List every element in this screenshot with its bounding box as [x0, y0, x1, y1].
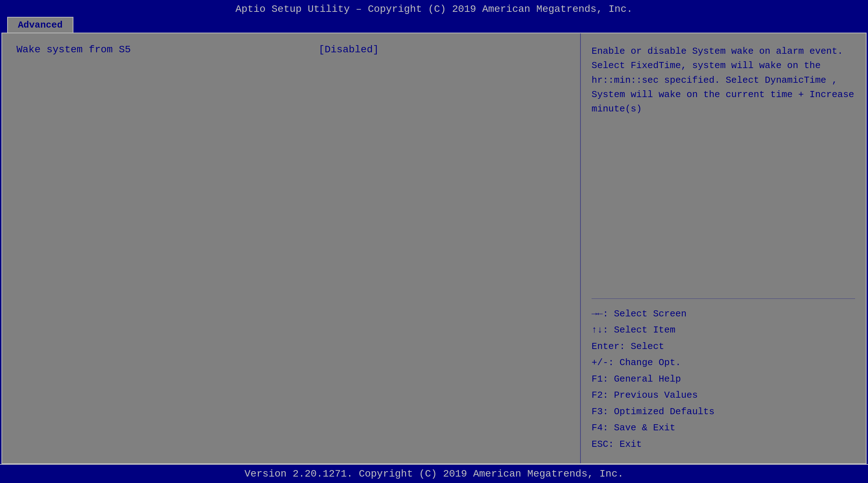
setting-value: [Disabled]	[319, 44, 379, 55]
footer-bar: Version 2.20.1271. Copyright (C) 2019 Am…	[0, 464, 868, 483]
help-description: Enable or disable System wake on alarm e…	[592, 44, 855, 291]
key-binding-item: ESC: Exit	[592, 436, 855, 453]
settings-panel: Wake system from S5 [Disabled]	[2, 33, 581, 463]
help-panel: Enable or disable System wake on alarm e…	[581, 33, 866, 463]
key-binding-item: F4: Save & Exit	[592, 420, 855, 436]
tab-bar: Advanced	[0, 17, 868, 33]
main-content: Wake system from S5 [Disabled] Enable or…	[1, 33, 867, 464]
title-text: Aptio Setup Utility – Copyright (C) 2019…	[236, 4, 633, 15]
key-binding-item: F1: General Help	[592, 371, 855, 388]
title-bar: Aptio Setup Utility – Copyright (C) 2019…	[0, 0, 868, 17]
key-binding-item: →←: Select Screen	[592, 306, 855, 322]
key-binding-item: ↑↓: Select Item	[592, 322, 855, 339]
key-binding-item: F3: Optimized Defaults	[592, 404, 855, 420]
bios-screen: Aptio Setup Utility – Copyright (C) 2019…	[0, 0, 868, 483]
key-binding-item: +/-: Change Opt.	[592, 355, 855, 371]
key-binding-item: F2: Previous Values	[592, 387, 855, 404]
setting-label: Wake system from S5	[16, 44, 319, 55]
key-bindings: →←: Select Screen ↑↓: Select Item Enter:…	[592, 306, 855, 453]
key-binding-item: Enter: Select	[592, 339, 855, 355]
footer-text: Version 2.20.1271. Copyright (C) 2019 Am…	[245, 468, 624, 479]
tab-advanced[interactable]: Advanced	[7, 17, 73, 33]
divider	[592, 298, 855, 299]
setting-row[interactable]: Wake system from S5 [Disabled]	[16, 44, 566, 55]
